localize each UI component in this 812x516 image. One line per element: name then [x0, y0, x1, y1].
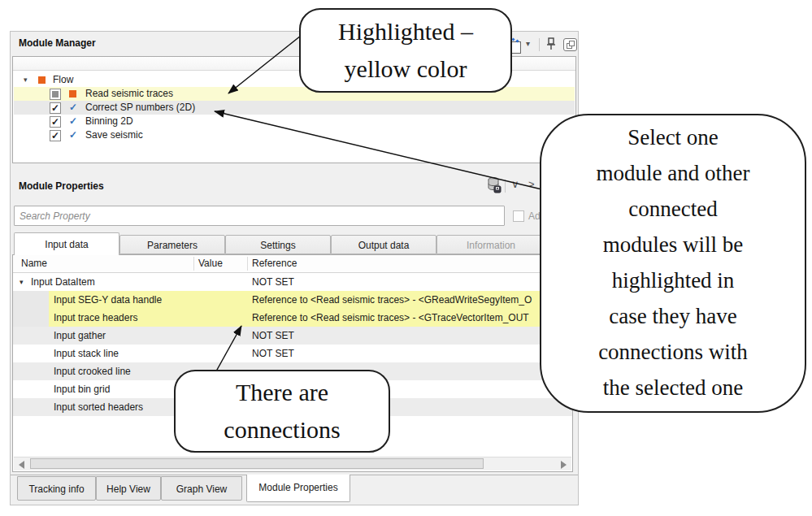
row-name: Input gather — [54, 327, 106, 345]
horizontal-scrollbar[interactable] — [14, 457, 571, 470]
row-reference: Reference to <Read seismic traces> - <GR… — [252, 291, 532, 309]
toolbar-separator — [539, 38, 540, 51]
bottom-tab-label: Module Properties — [258, 482, 337, 493]
screenshot-stage: Module Manager ▾ — [0, 0, 812, 516]
tree-item-label: Correct SP numbers (2D) — [85, 101, 195, 115]
tab-settings[interactable]: Settings — [225, 235, 331, 254]
scrollbar-thumb[interactable] — [30, 458, 484, 469]
row-name: Input DataItem — [31, 273, 95, 291]
bottom-tab-tracking-info[interactable]: Tracking info — [17, 476, 96, 501]
checkbox-checked[interactable] — [50, 116, 61, 128]
tab-output-data[interactable]: Output data — [331, 235, 436, 254]
float-window-inner — [569, 41, 575, 46]
row-indent — [13, 309, 49, 327]
bottom-tab-label: Tracking info — [28, 483, 84, 495]
tree-item-label: Binning 2D — [85, 115, 133, 128]
tab-label: Parameters — [147, 240, 198, 251]
chevron-right-icon[interactable]: > — [528, 178, 535, 190]
expander-open-icon[interactable]: ▾ — [20, 273, 24, 291]
advanced-checkbox[interactable] — [513, 210, 524, 222]
column-header-value[interactable]: Value — [198, 255, 223, 272]
blue-check-icon — [69, 115, 77, 128]
row-name: Input SEG-Y data handle — [54, 291, 162, 309]
row-name: Input sorted headers — [54, 398, 143, 416]
bottom-tab-module-properties[interactable]: Module Properties — [246, 475, 350, 502]
callout-there-are-connections: There are connections — [174, 370, 390, 453]
tree-item-label: Flow — [53, 73, 73, 87]
callout-highlighted-yellow: Highlighted – yellow color — [299, 8, 512, 93]
row-name: Input crooked line — [54, 362, 131, 380]
toolbar-separator — [505, 180, 506, 193]
tree-item-correct-sp-numbers[interactable]: Correct SP numbers (2D) — [14, 101, 575, 115]
chevron-down-icon[interactable]: ∨ — [511, 178, 519, 190]
column-separator[interactable] — [193, 257, 194, 271]
row-reference: Reference to <Read seismic traces> - <GT… — [252, 309, 529, 327]
tab-label: Output data — [358, 240, 410, 251]
row-name: Input stack line — [54, 345, 119, 362]
row-reference: NOT SET — [252, 273, 294, 291]
toolbar-dropdown-caret-icon[interactable]: ▾ — [526, 39, 530, 48]
tab-label: Settings — [260, 240, 295, 251]
tree-item-label: Read seismic traces — [85, 87, 173, 101]
orange-square-icon — [38, 76, 46, 84]
scroll-left-icon[interactable] — [19, 461, 24, 469]
module-properties-toolbar: ∨ > — [11, 176, 578, 196]
table-row[interactable]: Input gather NOT SET — [13, 327, 572, 345]
callout-select-module: Select one module and other connected mo… — [540, 114, 806, 413]
row-name: Input bin grid — [54, 380, 110, 398]
blue-check-icon — [69, 101, 77, 115]
search-property-input[interactable] — [14, 206, 505, 226]
table-row-highlighted[interactable]: Input SEG-Y data handle Reference to <Re… — [13, 291, 572, 309]
checkbox-checked[interactable] — [50, 130, 61, 141]
blue-check-icon — [69, 128, 77, 142]
tab-input-data[interactable]: Input data — [14, 232, 119, 255]
tab-label: Input data — [45, 239, 88, 250]
row-indent — [13, 291, 49, 309]
expander-open-icon[interactable]: ▾ — [24, 73, 28, 87]
column-header-reference[interactable]: Reference — [252, 255, 297, 272]
tree-item-save-seismic[interactable]: Save seismic — [14, 128, 575, 142]
table-row-highlighted[interactable]: Input trace headers Reference to <Read s… — [13, 309, 572, 327]
checkbox-partial[interactable] — [50, 89, 61, 100]
tab-parameters[interactable]: Parameters — [119, 235, 225, 254]
column-separator[interactable] — [247, 257, 248, 271]
bottom-tab-graph-view[interactable]: Graph View — [161, 476, 242, 501]
tab-information[interactable]: Information — [436, 235, 545, 254]
checkbox-checked[interactable] — [50, 102, 61, 114]
row-name: Input trace headers — [54, 309, 137, 327]
tree-item-binning-2d[interactable]: Binning 2D — [14, 115, 575, 128]
table-row[interactable]: Input stack line NOT SET — [13, 345, 572, 362]
pin-icon[interactable] — [545, 37, 557, 54]
table-row[interactable]: ▾ Input DataItem NOT SET — [13, 273, 572, 291]
tree-item-label: Save seismic — [85, 128, 143, 142]
orange-square-icon — [69, 90, 76, 98]
bottom-tab-label: Graph View — [176, 483, 227, 495]
row-reference: NOT SET — [252, 345, 294, 362]
tab-label: Information — [467, 240, 515, 251]
table-header-row: Name Value Reference — [13, 255, 572, 273]
database-icon[interactable] — [487, 176, 502, 196]
sparkle-icon — [515, 39, 519, 42]
scroll-right-icon[interactable] — [561, 461, 567, 469]
bottom-tab-label: Help View — [106, 483, 150, 495]
bottom-tab-help-view[interactable]: Help View — [96, 476, 161, 501]
float-window-icon[interactable] — [563, 38, 577, 51]
row-reference: NOT SET — [252, 327, 294, 345]
column-header-name[interactable]: Name — [21, 255, 47, 272]
